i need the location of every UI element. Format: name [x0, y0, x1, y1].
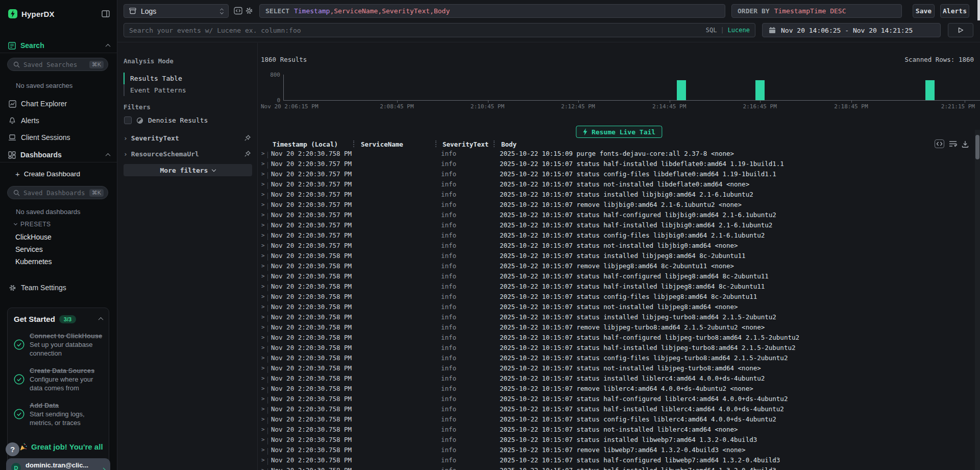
- row-expand-chevron[interactable]: >: [258, 334, 271, 341]
- lucene-mode-option[interactable]: Lucene: [728, 27, 750, 34]
- table-row[interactable]: > Nov 20 2:20:30.758 PM info 2025-10-22 …: [258, 434, 980, 444]
- column-resize-handle[interactable]: [435, 140, 436, 147]
- presets-toggle[interactable]: PRESETS: [14, 221, 51, 228]
- table-scrollbar-thumb[interactable]: [975, 135, 979, 159]
- denoise-results-toggle[interactable]: Denoise Results: [124, 116, 208, 124]
- get-started-item[interactable]: Add Data Start sending logs, metrics, or…: [14, 401, 103, 427]
- sidebar-item-dashboards[interactable]: Dashboards: [8, 149, 110, 160]
- row-expand-chevron[interactable]: >: [258, 395, 271, 402]
- row-expand-chevron[interactable]: >: [258, 416, 271, 422]
- sidebar-item-search[interactable]: Search: [8, 40, 110, 51]
- more-filters-button[interactable]: More filters: [124, 164, 252, 176]
- denoise-checkbox[interactable]: [124, 116, 132, 124]
- time-range-picker[interactable]: Nov 20 14:06:25 - Nov 20 14:21:25: [762, 23, 941, 37]
- row-expand-chevron[interactable]: >: [258, 365, 271, 371]
- col-header-timestamp[interactable]: Timestamp (Local): [271, 140, 359, 148]
- table-row[interactable]: > Nov 20 2:20:30.758 PM info 2025-10-22 …: [258, 261, 980, 271]
- row-expand-chevron[interactable]: >: [258, 283, 271, 290]
- row-expand-chevron[interactable]: >: [258, 375, 271, 382]
- table-row[interactable]: > Nov 20 2:20:30.758 PM info 2025-10-22 …: [258, 322, 980, 332]
- expand-json-icon[interactable]: [935, 139, 944, 148]
- alerts-button[interactable]: Alerts: [940, 4, 969, 18]
- table-row[interactable]: > Nov 20 2:20:30.758 PM info 2025-10-22 …: [258, 271, 980, 281]
- order-by-input[interactable]: ORDER BY TimestampTime DESC: [731, 4, 902, 18]
- table-row[interactable]: > Nov 20 2:20:30.757 PM info 2025-10-22 …: [258, 169, 980, 179]
- wrap-lines-icon[interactable]: [949, 140, 957, 147]
- table-row[interactable]: > Nov 20 2:20:30.757 PM info 2025-10-22 …: [258, 240, 980, 250]
- run-query-button[interactable]: [948, 23, 973, 37]
- code-view-icon[interactable]: [234, 7, 242, 15]
- event-search-bar[interactable]: SQL | Lucene: [124, 23, 755, 37]
- filter-group-severitytext[interactable]: › SeverityText: [124, 133, 251, 143]
- saved-searches-input[interactable]: Saved Searches ⌘K: [7, 58, 108, 71]
- sql-mode-option[interactable]: SQL: [706, 27, 717, 34]
- row-expand-chevron[interactable]: >: [258, 242, 271, 249]
- get-started-header[interactable]: Get Started 3/3: [14, 315, 103, 323]
- col-header-body[interactable]: Body: [500, 140, 980, 148]
- row-expand-chevron[interactable]: >: [258, 181, 271, 187]
- row-expand-chevron[interactable]: >: [258, 426, 271, 433]
- row-expand-chevron[interactable]: >: [258, 457, 271, 463]
- table-scrollbar-track[interactable]: [975, 130, 980, 470]
- table-row[interactable]: > Nov 20 2:20:30.758 PM info 2025-10-22 …: [258, 383, 980, 393]
- table-row[interactable]: > Nov 20 2:20:30.758 PM info 2025-10-22 …: [258, 342, 980, 353]
- row-expand-chevron[interactable]: >: [258, 273, 271, 279]
- table-row[interactable]: > Nov 20 2:20:30.758 PM info 2025-10-22 …: [258, 404, 980, 414]
- table-row[interactable]: > Nov 20 2:20:30.758 PM info 2025-10-22 …: [258, 414, 980, 424]
- row-expand-chevron[interactable]: >: [258, 160, 271, 167]
- mode-event-patterns[interactable]: Event Patterns: [124, 84, 251, 96]
- row-expand-chevron[interactable]: >: [258, 171, 271, 177]
- source-settings-gear-icon[interactable]: [245, 7, 253, 15]
- table-row[interactable]: > Nov 20 2:20:30.757 PM info 2025-10-22 …: [258, 209, 980, 220]
- preset-item-services[interactable]: Services: [15, 243, 52, 255]
- table-row[interactable]: > Nov 20 2:20:30.758 PM info 2025-10-22 …: [258, 332, 980, 342]
- table-row[interactable]: > Nov 20 2:20:30.758 PM info 2025-10-22 …: [258, 353, 980, 363]
- row-expand-chevron[interactable]: >: [258, 344, 271, 351]
- row-expand-chevron[interactable]: >: [258, 314, 271, 320]
- column-resize-handle[interactable]: [353, 140, 354, 147]
- download-icon[interactable]: [962, 140, 969, 148]
- column-resize-handle[interactable]: [494, 140, 495, 147]
- sidebar-item-chart-explorer[interactable]: Chart Explorer: [8, 98, 110, 109]
- pin-icon[interactable]: [244, 134, 251, 142]
- table-row[interactable]: > Nov 20 2:20:30.758 PM info 2025-10-22 …: [258, 363, 980, 373]
- col-header-servicename[interactable]: ServiceName: [359, 140, 441, 148]
- create-dashboard-button[interactable]: + Create Dashboard: [15, 170, 80, 178]
- table-row[interactable]: > Nov 20 2:20:30.758 PM info 2025-10-22 …: [258, 424, 980, 434]
- table-row[interactable]: > Nov 20 2:20:30.758 PM info 2025-10-22 …: [258, 393, 980, 404]
- table-row[interactable]: > Nov 20 2:20:30.757 PM info 2025-10-22 …: [258, 199, 980, 209]
- get-started-item[interactable]: Connect to ClickHouse Set up your databa…: [14, 332, 103, 358]
- row-expand-chevron[interactable]: >: [258, 252, 271, 259]
- sidebar-item-client-sessions[interactable]: Client Sessions: [8, 132, 110, 143]
- table-row[interactable]: > Nov 20 2:20:30.758 PM info 2025-10-22 …: [258, 455, 980, 465]
- help-button[interactable]: ?: [6, 442, 19, 456]
- page-scrollbar-thumb[interactable]: [977, 0, 980, 20]
- row-expand-chevron[interactable]: >: [258, 232, 271, 239]
- row-expand-chevron[interactable]: >: [258, 385, 271, 392]
- row-expand-chevron[interactable]: >: [258, 406, 271, 412]
- table-row[interactable]: > Nov 20 2:20:30.758 PM info 2025-10-22 …: [258, 148, 980, 158]
- sidebar-item-team-settings[interactable]: Team Settings: [8, 282, 110, 293]
- table-row[interactable]: > Nov 20 2:20:30.758 PM info 2025-10-22 …: [258, 250, 980, 261]
- sidebar-item-alerts[interactable]: Alerts: [8, 115, 110, 126]
- row-expand-chevron[interactable]: >: [258, 467, 271, 470]
- resume-live-tail-button[interactable]: Resume Live Tail: [576, 126, 662, 138]
- row-expand-chevron[interactable]: >: [258, 355, 271, 361]
- row-expand-chevron[interactable]: >: [258, 263, 271, 269]
- table-row[interactable]: > Nov 20 2:20:30.758 PM info 2025-10-22 …: [258, 281, 980, 291]
- mode-results-table[interactable]: Results Table: [124, 73, 251, 84]
- row-expand-chevron[interactable]: >: [258, 201, 271, 208]
- saved-dashboards-input[interactable]: Saved Dashboards ⌘K: [7, 186, 108, 199]
- source-select[interactable]: Logs: [124, 4, 229, 18]
- table-row[interactable]: > Nov 20 2:20:30.758 PM info 2025-10-22 …: [258, 444, 980, 455]
- filter-group-resourceschemaurl[interactable]: › ResourceSchemaUrl: [124, 149, 251, 159]
- table-row[interactable]: > Nov 20 2:20:30.758 PM info 2025-10-22 …: [258, 301, 980, 312]
- table-row[interactable]: > Nov 20 2:20:30.758 PM info 2025-10-22 …: [258, 465, 980, 470]
- histogram-bar[interactable]: [677, 80, 686, 100]
- row-expand-chevron[interactable]: >: [258, 324, 271, 331]
- table-row[interactable]: > Nov 20 2:20:30.758 PM info 2025-10-22 …: [258, 291, 980, 301]
- select-columns-input[interactable]: SELECT Timestamp,ServiceName,SeverityTex…: [259, 4, 725, 18]
- preset-item-kubernetes[interactable]: Kubernetes: [15, 255, 52, 268]
- table-row[interactable]: > Nov 20 2:20:30.757 PM info 2025-10-22 …: [258, 220, 980, 230]
- row-expand-chevron[interactable]: >: [258, 447, 271, 453]
